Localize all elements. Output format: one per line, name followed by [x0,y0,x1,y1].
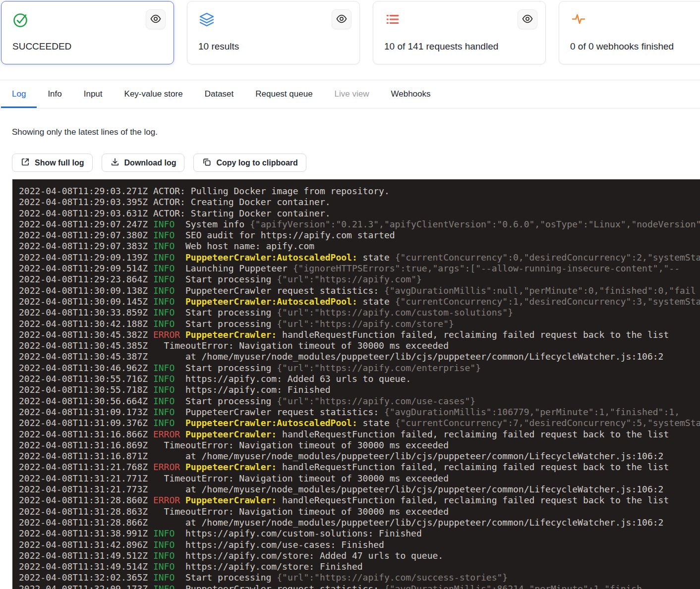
download-log-button[interactable]: Download log [102,154,185,172]
download-icon [110,157,120,169]
check-circle-icon [12,11,29,28]
log-line: 2022-04-08T11:29:03.271Z ACTOR: Pulling … [19,186,700,197]
log-line: 2022-04-08T11:29:03.395Z ACTOR: Creating… [19,197,700,208]
tab-webhooks[interactable]: Webhooks [380,80,442,108]
status-card-run-status: SUCCEEDED [1,1,174,64]
status-card-webhooks: 0 of 0 webhooks finished [559,1,700,64]
webhooks-finished-label: 0 of 0 webhooks finished [570,41,674,52]
log-line: 2022-04-08T11:31:49.514Z INFO https://ap… [19,561,700,572]
log-line: 2022-04-08T11:29:07.380Z INFO SEO audit … [19,230,700,241]
log-line: 2022-04-08T11:29:03.631Z ACTOR: Starting… [19,208,700,219]
tab-live-view: Live view [324,80,380,108]
status-card-results: 10 results [187,1,360,64]
layers-icon [198,11,215,28]
log-line: 2022-04-08T11:31:21.768Z ERROR Puppeteer… [19,462,700,473]
pulse-icon [570,11,587,28]
log-line: 2022-04-08T11:31:16.866Z ERROR Puppeteer… [19,429,700,440]
log-line: 2022-04-08T11:29:07.247Z INFO System inf… [19,219,700,230]
tab-request-queue[interactable]: Request queue [244,80,323,108]
log-line: 2022-04-08T11:30:55.718Z INFO https://ap… [19,384,700,395]
log-viewer[interactable]: 2022-04-08T11:29:03.271Z ACTOR: Pulling … [12,179,700,589]
log-line: 2022-04-08T11:31:28.860Z ERROR Puppeteer… [19,495,700,506]
log-line: 2022-04-08T11:31:21.771Z TimeoutError: N… [19,473,700,484]
log-line: 2022-04-08T11:31:49.512Z INFO https://ap… [19,550,700,561]
log-line: 2022-04-08T11:30:45.382Z ERROR Puppeteer… [19,329,700,340]
view-status-button[interactable] [146,9,166,29]
log-line: 2022-04-08T11:30:09.138Z INFO PuppeteerC… [19,285,700,296]
log-truncation-note: Showing only the latest lines of the log… [12,127,158,137]
log-line: 2022-04-08T11:31:09.173Z INFO PuppeteerC… [19,407,700,418]
status-card-requests: 10 of 141 requests handled [373,1,546,64]
results-count-label: 10 results [198,41,239,52]
tab-key-value-store[interactable]: Key-value store [114,80,194,108]
tab-dataset[interactable]: Dataset [194,80,245,108]
run-detail-tabs: Log Info Input Key-value store Dataset R… [0,80,700,108]
log-line: 2022-04-08T11:31:16.871Z at /home/myuser… [19,451,700,462]
log-line: 2022-04-08T11:31:16.869Z TimeoutError: N… [19,440,700,451]
log-line: 2022-04-08T11:31:38.991Z INFO https://ap… [19,528,700,539]
log-line: 2022-04-08T11:31:28.863Z TimeoutError: N… [19,506,700,517]
log-line: 2022-04-08T11:30:33.859Z INFO Start proc… [19,307,700,318]
status-cards-row: SUCCEEDED 10 results [1,1,700,64]
list-icon [384,11,401,28]
log-line: 2022-04-08T11:29:23.864Z INFO Start proc… [19,274,700,285]
log-line: 2022-04-08T11:30:56.664Z INFO Start proc… [19,396,700,407]
log-line: 2022-04-08T11:31:42.896Z INFO https://ap… [19,539,700,550]
run-status-label: SUCCEEDED [12,41,71,52]
download-log-label: Download log [124,159,176,167]
eye-icon [150,13,162,26]
copy-log-label: Copy log to clipboard [216,159,297,167]
copy-icon [202,157,212,169]
log-actions: Show full log Download log Copy log to c… [12,154,306,172]
eye-icon [336,13,348,26]
requests-handled-label: 10 of 141 requests handled [384,41,498,52]
show-full-log-button[interactable]: Show full log [12,154,93,172]
show-full-log-label: Show full log [35,159,84,167]
log-line: 2022-04-08T11:30:46.962Z INFO Start proc… [19,363,700,374]
tab-log[interactable]: Log [1,80,37,108]
log-line: 2022-04-08T11:31:28.866Z at /home/myuser… [19,517,700,528]
external-link-icon [20,157,30,169]
log-line: 2022-04-08T11:30:09.145Z INFO PuppeteerC… [19,296,700,307]
log-line: 2022-04-08T11:29:09.139Z INFO PuppeteerC… [19,252,700,263]
view-results-button[interactable] [332,9,351,29]
view-requests-button[interactable] [518,9,537,29]
log-line: 2022-04-08T11:29:07.383Z INFO Web host n… [19,241,700,252]
log-line: 2022-04-08T11:30:55.716Z INFO https://ap… [19,374,700,384]
log-line: 2022-04-08T11:31:09.376Z INFO PuppeteerC… [19,418,700,428]
log-line: 2022-04-08T11:32:09.173Z INFO PuppeteerC… [19,584,700,589]
eye-icon [522,13,533,26]
tab-input[interactable]: Input [73,80,114,108]
tab-info[interactable]: Info [37,80,72,108]
copy-log-button[interactable]: Copy log to clipboard [193,154,306,172]
log-line: 2022-04-08T11:30:45.385Z TimeoutError: N… [19,340,700,351]
log-line: 2022-04-08T11:29:09.514Z INFO Launching … [19,263,700,274]
log-line: 2022-04-08T11:30:45.387Z at /home/myuser… [19,351,700,362]
log-line: 2022-04-08T11:32:02.365Z INFO Start proc… [19,572,700,583]
log-line: 2022-04-08T11:31:21.773Z at /home/myuser… [19,484,700,495]
log-line: 2022-04-08T11:30:42.188Z INFO Start proc… [19,319,700,329]
